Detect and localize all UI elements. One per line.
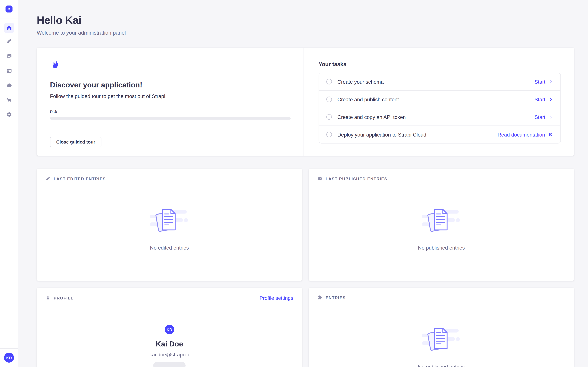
page-title: Hello Kai xyxy=(37,15,126,26)
person-icon xyxy=(46,295,50,300)
last-published-entries-widget: LAST PUBLISHED ENTRIES No published entr… xyxy=(309,169,574,281)
discover-section: Discover your application! Follow the gu… xyxy=(37,48,304,156)
empty-state: No published entries xyxy=(318,326,565,367)
strapi-logo[interactable] xyxy=(6,6,13,13)
discover-title: Discover your application! xyxy=(50,81,290,89)
profile-email: kai.doe@strapi.io xyxy=(149,352,189,358)
sidebar-item-media-library[interactable] xyxy=(4,51,14,61)
guided-tour-card: Discover your application! Follow the gu… xyxy=(37,48,574,156)
feather-icon xyxy=(6,39,12,44)
tasks-heading: Your tasks xyxy=(319,61,561,67)
task-label: Create and publish content xyxy=(337,96,535,102)
sidebar-item-content-manager[interactable] xyxy=(4,36,14,47)
task-row-api-token[interactable]: Create and copy an API token Start xyxy=(319,108,560,126)
empty-state: No edited entries xyxy=(46,207,293,251)
widget-label: ENTRIES xyxy=(326,295,346,300)
sidebar-user-avatar[interactable]: KD xyxy=(4,353,14,363)
sidebar-item-settings[interactable] xyxy=(4,109,14,120)
cart-icon xyxy=(6,97,12,103)
progress-bar xyxy=(50,117,291,120)
tasks-section: Your tasks Create your schema Start Crea… xyxy=(304,48,574,156)
widget-label: LAST EDITED ENTRIES xyxy=(54,176,106,181)
progress-label: 0% xyxy=(50,109,290,115)
task-action-label: Start xyxy=(535,79,545,85)
empty-documents-illustration xyxy=(422,326,461,352)
sidebar: KD xyxy=(0,0,18,367)
widget-header: PROFILE xyxy=(46,295,74,300)
profile-settings-link[interactable]: Profile settings xyxy=(259,295,293,301)
task-status-circle xyxy=(326,114,332,120)
sidebar-item-home[interactable] xyxy=(4,23,14,33)
empty-state-text: No published entries xyxy=(418,364,465,367)
widget-header-row: PROFILE Profile settings xyxy=(46,295,293,300)
entries-widget: ENTRIES No published entries xyxy=(309,288,574,367)
task-action-label: Start xyxy=(535,96,545,102)
profile-name: Kai Doe xyxy=(156,340,183,348)
sidebar-item-marketplace[interactable] xyxy=(4,95,14,105)
sidebar-item-content-type-builder[interactable] xyxy=(4,66,14,76)
check-circle-icon xyxy=(318,176,322,181)
task-row-deploy-cloud[interactable]: Deploy your application to Strapi Cloud … xyxy=(319,126,560,143)
empty-documents-illustration xyxy=(422,207,461,234)
widget-header: LAST EDITED ENTRIES xyxy=(46,176,293,181)
strapi-admin-dashboard: KD Hello Kai Welcome to your administrat… xyxy=(0,0,588,367)
task-action-label: Start xyxy=(535,114,545,120)
task-start-link[interactable]: Start xyxy=(535,114,553,120)
task-row-publish-content[interactable]: Create and publish content Start xyxy=(319,91,560,108)
task-start-link[interactable]: Start xyxy=(535,96,553,102)
cloud-icon xyxy=(6,82,12,88)
pencil-icon xyxy=(46,176,50,181)
task-status-circle xyxy=(326,132,332,137)
profile-avatar: KD xyxy=(165,325,174,334)
profile-widget: PROFILE Profile settings KD Kai Doe kai.… xyxy=(37,288,302,367)
last-edited-entries-widget: LAST EDITED ENTRIES No edited entries xyxy=(37,169,302,281)
task-action-label: Read documentation xyxy=(498,132,545,137)
chevron-right-icon xyxy=(549,79,553,84)
empty-state-text: No published entries xyxy=(418,245,465,251)
strapi-logo-icon xyxy=(7,7,11,11)
home-icon xyxy=(6,25,12,31)
widget-header: ENTRIES xyxy=(318,295,565,300)
gear-icon xyxy=(6,111,12,117)
pictures-icon xyxy=(6,53,12,59)
empty-state: No published entries xyxy=(318,207,565,251)
waving-hand-icon xyxy=(50,60,60,70)
chevron-right-icon xyxy=(549,115,553,119)
sidebar-divider-top xyxy=(0,18,18,18)
external-link-icon xyxy=(548,132,553,137)
page-header: Hello Kai Welcome to your administration… xyxy=(37,15,126,35)
task-status-circle xyxy=(326,79,332,84)
chevron-right-icon xyxy=(549,97,553,101)
role-badge xyxy=(153,362,186,367)
widget-label: LAST PUBLISHED ENTRIES xyxy=(326,176,388,181)
sidebar-item-cloud[interactable] xyxy=(4,80,14,90)
layout-icon xyxy=(6,68,12,74)
empty-documents-illustration xyxy=(150,207,189,234)
task-label: Deploy your application to Strapi Cloud xyxy=(337,132,498,137)
sidebar-divider-bottom xyxy=(0,348,18,349)
task-row-create-schema[interactable]: Create your schema Start xyxy=(319,73,560,91)
task-start-link[interactable]: Start xyxy=(535,79,553,85)
task-list: Create your schema Start Create and publ… xyxy=(319,73,561,143)
task-status-circle xyxy=(326,97,332,102)
puzzle-icon xyxy=(318,295,322,300)
empty-state-text: No edited entries xyxy=(150,245,189,251)
read-documentation-link[interactable]: Read documentation xyxy=(498,132,553,137)
widget-header: LAST PUBLISHED ENTRIES xyxy=(318,176,565,181)
task-label: Create and copy an API token xyxy=(337,114,535,120)
profile-body: KD Kai Doe kai.doe@strapi.io xyxy=(46,300,293,367)
task-label: Create your schema xyxy=(337,79,535,85)
discover-subtitle: Follow the guided tour to get the most o… xyxy=(50,93,290,99)
widget-label: PROFILE xyxy=(54,296,74,300)
close-guided-tour-button[interactable]: Close guided tour xyxy=(50,137,102,147)
page-subtitle: Welcome to your administration panel xyxy=(37,30,126,35)
